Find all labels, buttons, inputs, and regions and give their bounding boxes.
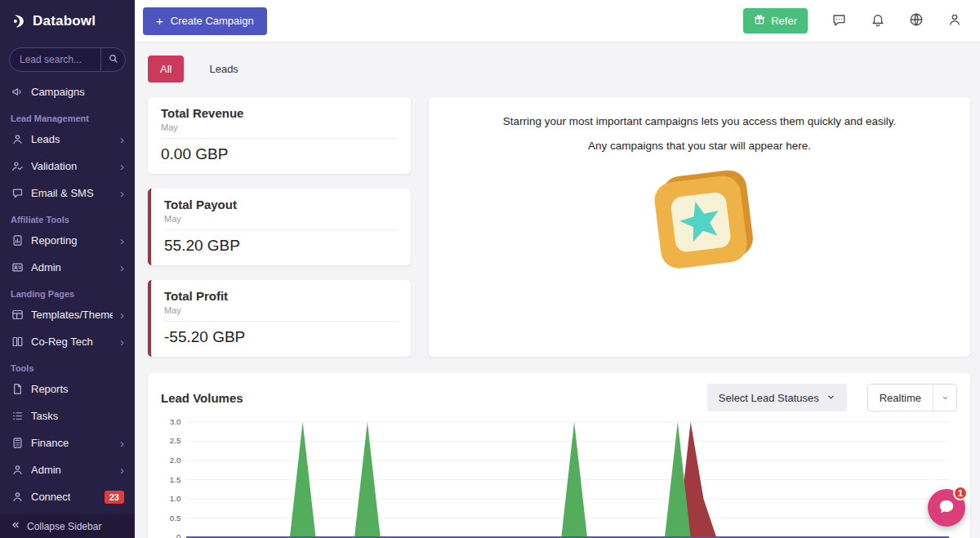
svg-text:0: 0 <box>176 532 181 538</box>
collapse-sidebar-button[interactable]: Collapse Sidebar <box>0 514 135 538</box>
megaphone-icon <box>11 86 24 98</box>
sidebar-item-admin[interactable]: Admin › <box>0 254 135 281</box>
star-box-illustration <box>445 164 954 283</box>
chat-bubble-icon <box>938 498 956 518</box>
chevron-right-icon: › <box>120 309 124 321</box>
sidebar-item-tasks[interactable]: Tasks › <box>0 402 135 429</box>
bell-icon <box>871 12 885 29</box>
double-chevron-left-icon <box>11 520 20 532</box>
account-button[interactable] <box>947 12 962 29</box>
chevron-right-icon: › <box>120 336 124 348</box>
sidebar-section-affiliate-tools: Affiliate Tools <box>0 207 135 227</box>
stat-period: May <box>164 214 398 230</box>
caret-down-icon <box>942 392 949 404</box>
chevron-right-icon: › <box>120 160 124 172</box>
logo[interactable]: Databowl <box>0 0 135 42</box>
sidebar-item-co-reg-tech[interactable]: Co-Reg Tech › <box>0 328 135 355</box>
user-icon <box>11 464 24 476</box>
stat-value: -55.20 GBP <box>164 328 398 346</box>
chat-icon <box>11 187 24 199</box>
total-revenue-card: Total Revenue May 0.00 GBP <box>148 97 411 174</box>
gift-icon <box>754 14 765 28</box>
language-button[interactable] <box>909 12 924 29</box>
chevron-right-icon: › <box>120 234 124 247</box>
chevron-right-icon: › <box>120 133 124 145</box>
globe-icon <box>909 12 924 29</box>
sidebar-item-leads[interactable]: Leads › <box>0 126 135 153</box>
report-icon <box>11 234 24 247</box>
realtime-caret-button[interactable] <box>933 385 956 411</box>
stats-column: Total Revenue May 0.00 GBP Total Payout … <box>148 97 411 357</box>
starred-info-line-1: Starring your most important campaigns l… <box>445 115 954 127</box>
sidebar-section-lead-management: Lead Management <box>0 105 135 126</box>
search-button[interactable] <box>100 48 125 71</box>
collapse-sidebar-label: Collapse Sidebar <box>27 521 101 532</box>
chevron-down-icon <box>826 392 835 404</box>
stat-value: 0.00 GBP <box>161 145 398 163</box>
svg-text:2.5: 2.5 <box>170 437 181 446</box>
chevron-right-icon: › <box>120 437 124 449</box>
create-campaign-button[interactable]: + Create Campaign <box>143 7 267 35</box>
stat-title: Total Revenue <box>161 106 398 120</box>
sidebar-item-connect[interactable]: Connect 23 › <box>0 483 135 510</box>
topbar: + Create Campaign Refer <box>135 0 980 42</box>
select-lead-statuses-button[interactable]: Select Lead Statuses <box>707 384 847 411</box>
main-content: All Leads Total Revenue May 0.00 GBP Tot… <box>135 42 980 538</box>
sidebar-item-reports[interactable]: Reports › <box>0 376 135 402</box>
sidebar-section-tools: Tools <box>0 355 135 376</box>
stat-value: 55.20 GBP <box>164 237 398 255</box>
lead-search <box>9 47 126 72</box>
realtime-button[interactable]: Realtime <box>868 385 933 411</box>
sidebar-item-validation[interactable]: Validation › <box>0 153 135 180</box>
user-icon <box>11 133 24 145</box>
campaign-tabs: All Leads <box>148 56 970 82</box>
sidebar-menu: Campaigns › Lead Management Leads › Vali… <box>0 78 135 514</box>
id-card-icon <box>11 261 24 273</box>
tab-leads[interactable]: Leads <box>206 56 241 82</box>
doc-icon <box>11 383 24 395</box>
stat-period: May <box>161 122 398 139</box>
refer-button[interactable]: Refer <box>743 8 808 33</box>
sidebar-item-templates-themes[interactable]: Templates/Themes › <box>0 301 135 328</box>
chat-fab-button[interactable]: 1 <box>928 489 965 527</box>
lead-volumes-title: Lead Volumes <box>161 391 243 405</box>
svg-text:0.5: 0.5 <box>170 514 181 522</box>
sidebar-item-admin[interactable]: Admin › <box>0 456 135 483</box>
starred-info-line-2: Any campaigns that you star will appear … <box>445 140 954 152</box>
lead-volumes-card: Lead Volumes Select Lead Statuses Realti… <box>148 373 970 538</box>
sidebar-section-landing-pages: Landing Pages <box>0 281 135 301</box>
realtime-dropdown: Realtime <box>867 384 957 411</box>
notification-badge: 1 <box>953 486 968 500</box>
svg-text:1.5: 1.5 <box>170 475 181 484</box>
chevron-right-icon: › <box>120 187 124 199</box>
lead-volumes-chart: 00.51.01.52.02.53.007:5307:5407:5507:560… <box>161 416 957 538</box>
sidebar: Databowl Campaigns › Lead Management Lea… <box>0 0 135 538</box>
notifications-button[interactable] <box>871 12 885 29</box>
user-icon <box>11 491 24 503</box>
total-profit-card: Total Profit May -55.20 GBP <box>148 280 411 357</box>
starred-campaigns-panel: Starring your most important campaigns l… <box>429 97 970 357</box>
tab-all[interactable]: All <box>148 56 184 82</box>
databowl-logo-icon <box>11 13 27 29</box>
app-name: Databowl <box>33 13 96 29</box>
sidebar-item-campaigns[interactable]: Campaigns › <box>0 78 135 105</box>
messages-button[interactable] <box>831 12 847 30</box>
calculator-icon <box>11 437 24 449</box>
search-icon <box>108 53 118 66</box>
user-check-icon <box>11 160 24 172</box>
columns-icon <box>11 336 24 348</box>
total-payout-card: Total Payout May 55.20 GBP <box>148 189 411 265</box>
chevron-right-icon: › <box>120 261 124 273</box>
plus-icon: + <box>156 15 163 27</box>
user-icon <box>947 12 962 29</box>
svg-text:1.0: 1.0 <box>170 494 181 503</box>
chat-bubble-icon <box>831 12 847 30</box>
stat-title: Total Profit <box>164 289 398 303</box>
sidebar-item-email-sms[interactable]: Email & SMS › <box>0 180 135 207</box>
tasks-icon <box>11 410 24 422</box>
layout-icon <box>11 309 24 321</box>
sidebar-item-finance[interactable]: Finance › <box>0 429 135 456</box>
svg-text:2.0: 2.0 <box>170 456 181 465</box>
chevron-right-icon: › <box>120 464 124 476</box>
sidebar-item-reporting[interactable]: Reporting › <box>0 227 135 254</box>
